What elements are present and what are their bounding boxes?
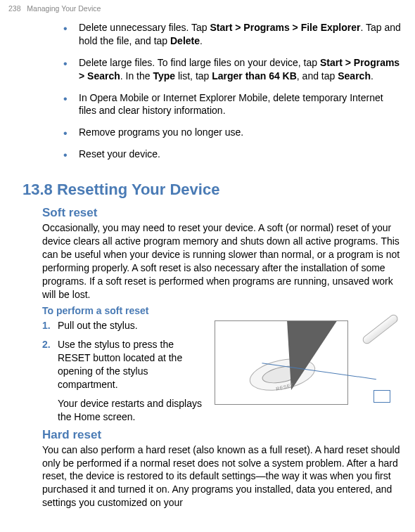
list-item: Delete large files. To find large files … — [63, 56, 401, 83]
text-bold: Delete — [170, 35, 200, 46]
text-fragment: Delete unnecessary files. Tap — [79, 22, 210, 33]
stylus-body-icon — [361, 313, 400, 346]
image-column: RESET — [208, 319, 404, 415]
step-text: Pull out the stylus. — [58, 319, 208, 332]
steps-column: 1. Pull out the stylus. 2. Use the stylu… — [42, 319, 208, 427]
list-item: Reset your device. — [63, 148, 401, 161]
steps-and-image-row: 1. Pull out the stylus. 2. Use the stylu… — [42, 319, 401, 427]
text-bold: Start > Programs > File Explorer — [210, 22, 361, 33]
step-text: Use the stylus to press the RESET button… — [58, 338, 208, 391]
hard-reset-heading: Hard reset — [42, 428, 401, 442]
text-fragment: Delete large files. To find large files … — [79, 57, 320, 68]
text-fragment: . — [371, 70, 374, 82]
callout-highlight-box — [374, 390, 390, 403]
step-number: 2. — [42, 338, 58, 391]
text-bold: Larger than 64 KB — [212, 70, 297, 82]
text-fragment: Reset your device. — [79, 148, 160, 160]
chapter-title: Managing Your Device — [27, 4, 101, 13]
device-side-view — [350, 331, 406, 408]
procedure-heading: To perform a soft reset — [42, 305, 401, 316]
tips-list: Delete unnecessary files. Tap Start > Pr… — [42, 21, 401, 161]
step-note: Your device restarts and displays the Ho… — [42, 397, 208, 424]
hard-reset-body: You can also perform a hard reset (also … — [42, 443, 401, 510]
step-number: 1. — [42, 319, 58, 332]
list-item: Delete unnecessary files. Tap Start > Pr… — [63, 21, 401, 48]
soft-reset-body: Occasionally, you may need to reset your… — [42, 221, 401, 301]
step-item: 2. Use the stylus to press the RESET but… — [42, 338, 208, 391]
reset-closeup-box: RESET — [215, 320, 348, 405]
text-fragment: , and tap — [297, 70, 338, 82]
list-item: Remove programs you no longer use. — [63, 126, 401, 139]
text-fragment: list, tap — [175, 70, 212, 82]
text-fragment: . — [200, 35, 203, 46]
page-content: Delete unnecessary files. Tap Start > Pr… — [0, 0, 415, 510]
page-number: 238 — [8, 4, 21, 13]
step-item: 1. Pull out the stylus. — [42, 319, 208, 332]
list-item: In Opera Mobile or Internet Explorer Mob… — [63, 91, 401, 118]
page-header: 238 Managing Your Device — [8, 4, 101, 13]
text-fragment: In Opera Mobile or Internet Explorer Mob… — [79, 92, 383, 117]
text-fragment: . In the — [120, 70, 153, 82]
reset-diagram: RESET — [215, 320, 404, 415]
soft-reset-heading: Soft reset — [42, 206, 401, 220]
text-fragment: Remove programs you no longer use. — [79, 126, 243, 138]
text-bold: Type — [153, 70, 175, 82]
text-bold: Search — [338, 70, 371, 82]
section-heading: 13.8 Resetting Your Device — [23, 181, 401, 199]
